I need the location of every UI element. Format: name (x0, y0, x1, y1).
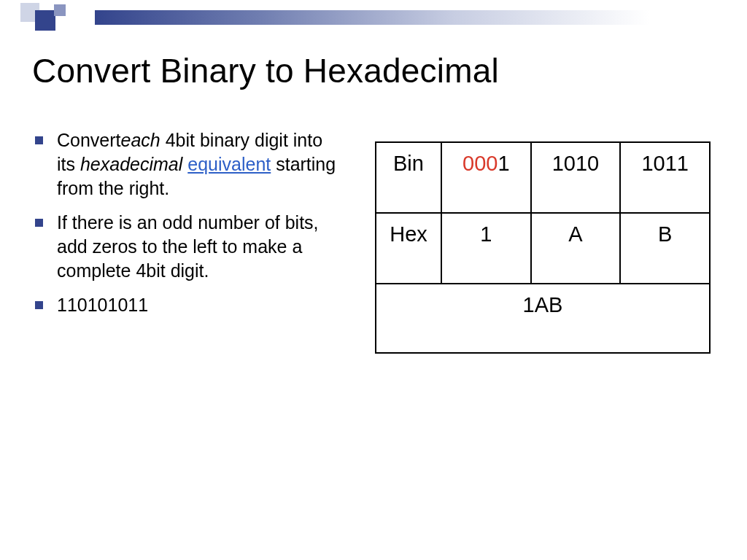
table-row-hex: Hex 1 A B (376, 213, 710, 284)
slide-title: Convert Binary to Hexadecimal (32, 51, 715, 90)
text-italic: each (121, 130, 160, 150)
cell-label-bin: Bin (376, 142, 441, 213)
deco-square (35, 10, 55, 31)
cell-hex-3: B (620, 213, 710, 284)
slide-header-decoration (0, 0, 747, 32)
text: 1 (498, 152, 509, 175)
cell-bin-3: 1011 (620, 142, 710, 213)
cell-hex-1: 1 (441, 213, 531, 284)
conversion-table: Bin 0001 1010 1011 Hex 1 A B 1AB (375, 141, 711, 354)
cell-bin-2: 1010 (531, 142, 621, 213)
bullet-item: 110101011 (32, 293, 346, 317)
table-row-bin: Bin 0001 1010 1011 (376, 142, 710, 213)
bullet-list: Converteach 4bit binary digit into its h… (32, 128, 346, 317)
bullet-item: If there is an odd number of bits, add z… (32, 211, 346, 283)
bullet-list-column: Converteach 4bit binary digit into its h… (32, 128, 346, 354)
padded-zeros: 000 (462, 152, 498, 175)
text: Convert (57, 130, 121, 150)
table-row-result: 1AB (376, 284, 710, 353)
content-row: Converteach 4bit binary digit into its h… (32, 128, 715, 354)
text-italic: hexadecimal (80, 154, 182, 174)
cell-label-hex: Hex (376, 213, 441, 284)
slide-content: Convert Binary to Hexadecimal Converteac… (32, 51, 715, 538)
cell-result: 1AB (376, 284, 710, 353)
decoration-gradient-bar (95, 10, 747, 25)
deco-square (54, 4, 66, 16)
cell-bin-1: 0001 (441, 142, 531, 213)
table-column: Bin 0001 1010 1011 Hex 1 A B 1AB (375, 128, 711, 354)
bullet-item: Converteach 4bit binary digit into its h… (32, 128, 346, 201)
decoration-squares (20, 3, 86, 29)
equivalent-link[interactable]: equivalent (187, 154, 271, 174)
cell-hex-2: A (531, 213, 621, 284)
